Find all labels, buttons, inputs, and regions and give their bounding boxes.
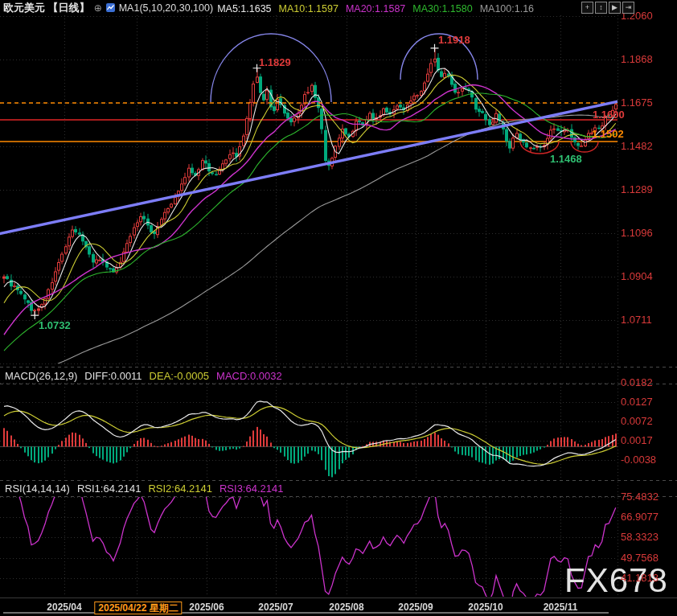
double-bottom-label: 1.1468 bbox=[550, 153, 582, 165]
macd-macd-value: MACD:0.0032 bbox=[216, 370, 282, 382]
x-axis-label: 2025/08 bbox=[329, 602, 363, 613]
rsi-axis-label: 75.4832 bbox=[621, 491, 659, 503]
rsi2-value: RSI2:64.2141 bbox=[148, 483, 212, 495]
ma-indicator-icon[interactable] bbox=[106, 3, 115, 12]
settings-icon[interactable]: ⊕ bbox=[94, 3, 102, 13]
ma-params-label: MA1(5,10,20,30,100) bbox=[119, 2, 213, 14]
rsi3-value: RSI3:64.2141 bbox=[220, 483, 284, 495]
macd-axis-label: 0.0127 bbox=[621, 396, 653, 408]
low-1-label: 1.0732 bbox=[39, 319, 71, 331]
price-axis-label: 1.1868 bbox=[621, 53, 653, 65]
rsi-params-label: RSI(14,14,14) bbox=[5, 483, 70, 495]
x-axis-label: 2025/11 bbox=[544, 602, 578, 613]
chart-toolbar: +↕▶⇥ bbox=[581, 2, 634, 14]
rsi1-value: RSI1:64.2141 bbox=[77, 483, 142, 495]
axis-play-icon[interactable]: ▶ bbox=[609, 2, 621, 14]
macd-axis-label: -0.0038 bbox=[621, 454, 656, 466]
price-axis-label: 1.0711 bbox=[621, 314, 652, 326]
axis-scale-icon[interactable]: ↕ bbox=[595, 2, 607, 14]
macd-dea-value: DEA:-0.0005 bbox=[150, 370, 209, 382]
x-axis-label: 2025/06 bbox=[189, 602, 224, 613]
peak-1-label: 1.1829 bbox=[259, 56, 291, 68]
ma-value-label: MA20:1.1587 bbox=[346, 3, 405, 14]
support-level-label: 1.1502 bbox=[592, 128, 624, 140]
ma-values: MA5:1.1635MA10:1.1597MA20:1.1587MA30:1.1… bbox=[217, 1, 541, 15]
rsi-axis-label: 41.1813 bbox=[621, 572, 659, 584]
x-axis-label: 2025/10 bbox=[468, 602, 503, 613]
peak-2-label: 1.1918 bbox=[438, 34, 470, 46]
macd-axis-label: 0.0017 bbox=[621, 434, 653, 446]
macd-axis-label: 0.0182 bbox=[621, 376, 653, 388]
rsi-axis-label: 49.7568 bbox=[621, 552, 659, 564]
pan-tool-icon[interactable]: + bbox=[581, 2, 593, 14]
x-axis-label: 2025/09 bbox=[398, 602, 433, 613]
price-axis-label: 1.1096 bbox=[621, 227, 653, 239]
chart-header: 欧元美元 【日线】 ⊕ MA1(5,10,20,30,100) MA5:1.16… bbox=[3, 0, 541, 15]
price-axis-label: 1.1482 bbox=[621, 140, 653, 152]
symbol-title: 欧元美元 【日线】 bbox=[3, 1, 90, 15]
macd-header: MACD(26,12,9) DIFF:0.0011 DEA:-0.0005 MA… bbox=[5, 370, 282, 382]
ma-value-label: MA100:1.16 bbox=[480, 3, 534, 14]
macd-params-label: MACD(26,12,9) bbox=[5, 370, 77, 382]
ma-value-label: MA30:1.1580 bbox=[412, 3, 472, 14]
x-axis-selected-date: 2025/04/22 星期二 bbox=[94, 602, 182, 614]
x-axis-label: 2025/07 bbox=[258, 602, 293, 613]
price-axis-label: 1.1289 bbox=[621, 183, 653, 195]
macd-diff-value: DIFF:0.0011 bbox=[84, 370, 142, 382]
x-axis-label: 2025/04 bbox=[47, 602, 81, 613]
trading-chart-window: 欧元美元 【日线】 ⊕ MA1(5,10,20,30,100) MA5:1.16… bbox=[0, 0, 677, 616]
rsi-axis-label: 66.9077 bbox=[621, 511, 659, 523]
macd-axis-label: 0.0072 bbox=[621, 415, 653, 427]
price-axis-label: 1.1675 bbox=[621, 97, 653, 109]
price-axis-label: 1.0904 bbox=[621, 270, 653, 282]
resistance-level-label: 1.1600 bbox=[593, 109, 625, 121]
rsi-axis-label: 58.3323 bbox=[621, 531, 659, 543]
rsi-header: RSI(14,14,14) RSI1:64.2141 RSI2:64.2141 … bbox=[5, 483, 283, 495]
chart-canvas[interactable] bbox=[0, 0, 677, 616]
ma-value-label: MA5:1.1635 bbox=[217, 3, 271, 14]
collapse-right-icon[interactable]: ⇥ bbox=[622, 2, 634, 14]
ma-value-label: MA10:1.1597 bbox=[279, 3, 338, 14]
